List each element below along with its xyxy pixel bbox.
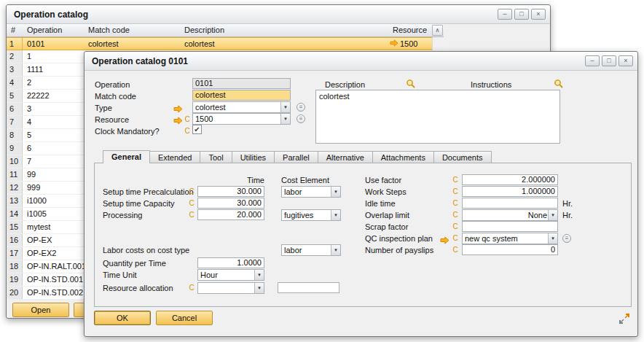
dropdown-arrow-icon[interactable]: ▼ — [548, 210, 557, 220]
labor-costs-label: Labor costs on cost type — [103, 246, 189, 254]
dropdown-arrow-icon[interactable]: ▼ — [548, 233, 557, 244]
labor-costs-value: labor — [284, 245, 330, 255]
tab-general[interactable]: General — [103, 150, 150, 163]
dropdown-arrow-icon[interactable]: ▼ — [331, 210, 340, 220]
back-window-titlebar: Operation catalog – □ × — [7, 5, 550, 24]
change-indicator: C — [452, 176, 459, 184]
work-steps-field[interactable]: 1.000000 — [462, 186, 558, 197]
labor-costs-combo[interactable]: labor ▼ — [281, 244, 341, 256]
processing-cost-combo[interactable]: fugitives ▼ — [281, 209, 341, 221]
tab-bar: GeneralExtendedToolUtilitiesParallelAlte… — [103, 150, 492, 163]
setup-precalc-label: Setup time Precalculation — [103, 187, 194, 196]
dropdown-arrow-icon[interactable]: ▼ — [280, 102, 290, 112]
open-button[interactable]: Open — [12, 303, 69, 317]
overlap-limit-combo[interactable]: None ▼ — [462, 209, 558, 221]
resource-combo[interactable]: 1500 ▼ — [192, 113, 291, 125]
scroll-up-icon[interactable]: ∧ — [432, 25, 443, 36]
resource-allocation-combo[interactable]: ▼ — [197, 282, 264, 294]
use-factor-label: Use factor — [365, 176, 401, 184]
type-combo-value: colortest — [195, 102, 280, 112]
window-controls: – □ × — [498, 9, 546, 20]
link-arrow-icon[interactable] — [390, 38, 398, 50]
tab-documents[interactable]: Documents — [434, 151, 492, 163]
operation-field[interactable]: 0101 — [192, 78, 291, 89]
setup-precalc-cost-combo[interactable]: labor ▼ — [281, 186, 341, 198]
tab-tool[interactable]: Tool — [200, 151, 232, 163]
change-indicator: C — [452, 222, 459, 230]
ok-button[interactable]: OK — [94, 311, 151, 325]
change-indicator: C — [188, 211, 195, 219]
tab-alternative[interactable]: Alternative — [318, 151, 373, 163]
link-arrow-icon[interactable] — [173, 114, 183, 128]
overlap-limit-label: Overlap limit — [365, 211, 409, 219]
scrap-factor-field[interactable] — [462, 221, 558, 232]
overlap-limit-value: None — [465, 210, 547, 220]
maximize-icon[interactable]: □ — [602, 55, 616, 66]
dropdown-arrow-icon[interactable]: ▼ — [280, 114, 290, 124]
resource-allocation-extra-field[interactable] — [278, 282, 339, 293]
dropdown-arrow-icon[interactable]: ▼ — [331, 245, 340, 255]
change-indicator: C — [184, 127, 191, 135]
setup-capacity-time-field[interactable]: 30.000 — [197, 198, 264, 209]
time-unit-value: Hour — [200, 270, 254, 280]
choose-from-list-icon[interactable]: ≡ — [297, 103, 305, 112]
resize-grip-icon[interactable] — [619, 313, 630, 327]
column-header-description[interactable]: Description — [180, 24, 388, 36]
match-code-label: Match code — [95, 92, 136, 101]
operation-detail-dialog: Operation catalog 0101 – □ × Operation 0… — [84, 51, 638, 337]
column-header-operation[interactable]: Operation — [23, 24, 84, 36]
close-icon[interactable]: × — [531, 9, 546, 20]
idle-time-unit-suffix: Hr. — [562, 199, 573, 208]
link-arrow-icon[interactable] — [440, 234, 449, 247]
check-icon: ✔ — [194, 125, 200, 133]
time-unit-combo[interactable]: Hour ▼ — [197, 269, 264, 281]
payslips-field[interactable]: 0 — [462, 244, 558, 255]
change-indicator: C — [188, 284, 195, 292]
tab-utilities[interactable]: Utilities — [232, 151, 275, 163]
column-header-match-code[interactable]: Match code — [84, 24, 180, 36]
maximize-icon[interactable]: □ — [514, 9, 529, 20]
idle-time-field[interactable] — [462, 198, 558, 209]
dialog-titlebar: Operation catalog 0101 – □ × — [85, 52, 637, 71]
cost-element-column-header: Cost Element — [281, 176, 329, 184]
setup-precalc-time-field[interactable]: 30.000 — [197, 186, 264, 197]
choose-from-list-icon[interactable]: ≡ — [297, 114, 305, 123]
cancel-button[interactable]: Cancel — [156, 311, 213, 325]
choose-from-list-icon[interactable]: ≡ — [562, 234, 571, 243]
minimize-icon[interactable]: – — [498, 9, 512, 20]
dropdown-arrow-icon[interactable]: ▼ — [254, 283, 264, 293]
instructions-label: Instructions — [471, 80, 511, 89]
work-steps-label: Work Steps — [365, 187, 407, 196]
change-indicator: C — [452, 246, 459, 254]
tab-attachments[interactable]: Attachments — [373, 151, 434, 163]
change-indicator: C — [452, 234, 459, 242]
operation-label: Operation — [95, 80, 130, 89]
description-label: Description — [325, 80, 365, 89]
change-indicator: C — [184, 115, 191, 123]
table-row[interactable]: 10101colortestcolortest1500 — [7, 37, 432, 50]
description-textarea[interactable]: colortest — [315, 90, 560, 144]
scrap-factor-label: Scrap factor — [365, 222, 408, 231]
minimize-icon[interactable]: – — [585, 55, 600, 66]
quantity-per-time-field[interactable]: 1.0000 — [197, 257, 264, 268]
time-unit-label: Time Unit — [103, 271, 137, 279]
processing-cost-value: fugitives — [284, 210, 330, 220]
tab-parallel[interactable]: Parallel — [275, 151, 318, 163]
processing-time-field[interactable]: 20.000 — [197, 209, 264, 220]
dropdown-arrow-icon[interactable]: ▼ — [254, 270, 264, 280]
qc-inspection-plan-value: new qc system — [465, 233, 547, 244]
back-window-title: Operation catalog — [14, 9, 88, 20]
type-combo[interactable]: colortest ▼ — [192, 101, 291, 113]
tab-extended[interactable]: Extended — [150, 151, 200, 163]
payslips-label: Number of payslips — [365, 246, 433, 254]
column-header-resource[interactable]: Resource — [388, 24, 432, 36]
qc-inspection-plan-combo[interactable]: new qc system ▼ — [462, 233, 558, 244]
clock-mandatory-checkbox[interactable]: ✔ — [192, 125, 202, 134]
close-icon[interactable]: × — [619, 55, 633, 66]
column-header-num[interactable]: # — [7, 24, 23, 36]
dropdown-arrow-icon[interactable]: ▼ — [331, 187, 340, 197]
use-factor-field[interactable]: 2.000000 — [462, 174, 558, 185]
match-code-field[interactable]: colortest — [192, 90, 291, 101]
processing-label: Processing — [103, 211, 142, 219]
change-indicator: C — [452, 211, 459, 219]
